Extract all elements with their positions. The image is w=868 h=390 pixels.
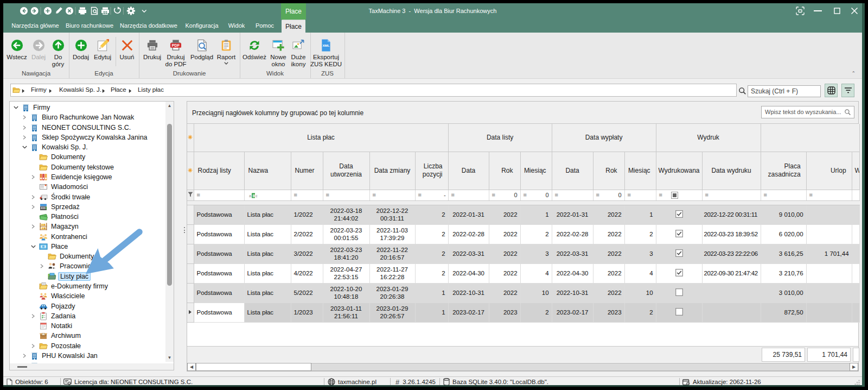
svg-text:c: c [256, 194, 258, 198]
svg-text:a: a [249, 194, 251, 198]
svg-text:PDF: PDF [172, 43, 180, 48]
svg-text:XML: XML [322, 43, 329, 47]
svg-text:B: B [252, 194, 255, 198]
